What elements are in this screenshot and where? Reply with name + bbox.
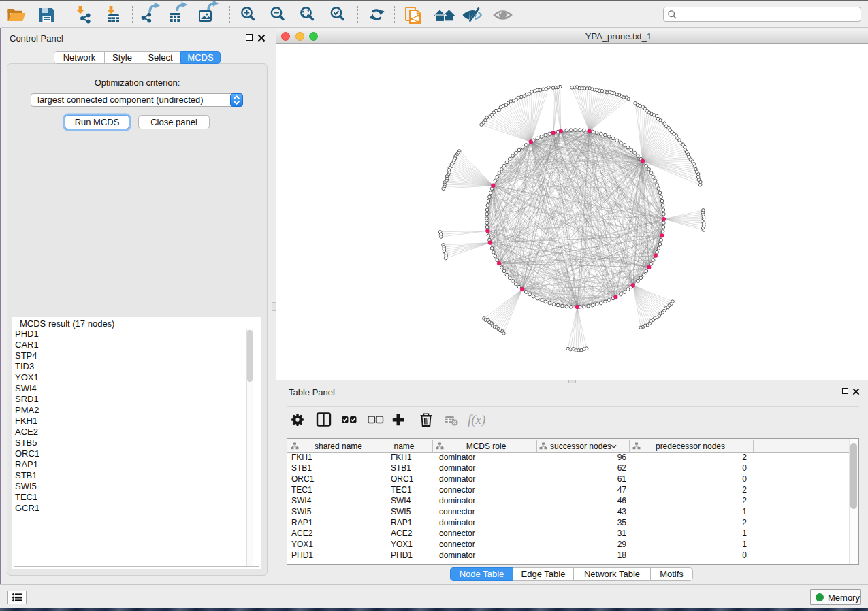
- svg-text:f(x): f(x): [468, 412, 485, 427]
